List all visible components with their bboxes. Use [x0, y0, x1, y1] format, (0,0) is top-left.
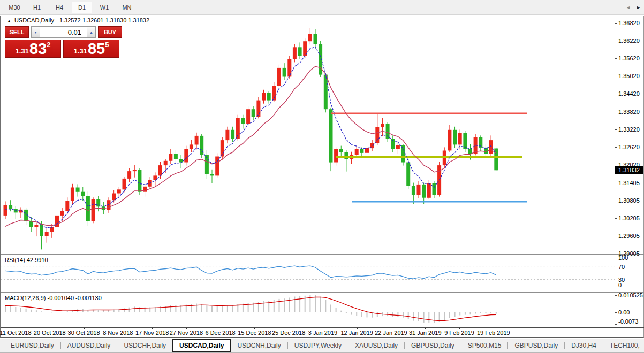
tab-eurusd-daily[interactable]: EURUSD,Daily	[4, 339, 60, 352]
chart-window: ▲USDCAD,Daily1.32572 1.32601 1.31830 1.3…	[0, 16, 644, 338]
price-axis-label: 1.33220	[618, 126, 644, 133]
tab-tech100-[interactable]: TECH100,	[603, 339, 644, 352]
rsi-axis-label: 100	[618, 255, 644, 261]
price-axis-tick	[615, 201, 617, 201]
one-click-trading-panel: SELL ▼ ▲ BUY 1.31832 1.31855	[5, 26, 122, 58]
rsi-macd-divider[interactable]	[1, 292, 644, 293]
price-axis-tick	[615, 218, 617, 219]
price-axis-label: 1.30805	[618, 197, 644, 204]
buy-price-box[interactable]: 1.31855	[63, 40, 119, 58]
price-axis-label: 1.31405	[618, 180, 644, 186]
collapse-triangle-icon[interactable]: ▲	[7, 19, 11, 24]
price-axis-label: 1.33820	[618, 109, 644, 115]
price-axis-label: 1.34420	[618, 90, 644, 97]
timeframe-button-w1[interactable]: W1	[94, 2, 115, 13]
price-axis-tick	[615, 76, 617, 76]
chart-title-bar[interactable]: ▲USDCAD,Daily1.32572 1.32601 1.31830 1.3…	[7, 17, 149, 24]
price-axis-tick	[615, 112, 617, 112]
price-axis-tick	[615, 23, 617, 24]
rsi-axis-label: 70	[618, 264, 644, 270]
tab-xauusd-daily[interactable]: XAUUSD,Daily	[348, 339, 404, 352]
price-axis-tick	[615, 147, 617, 148]
tab-usdcnh-daily[interactable]: USDCNH,Daily	[231, 339, 287, 352]
rsi-axis-label: 0	[618, 282, 644, 288]
main-rsi-divider[interactable]	[1, 254, 644, 255]
buy-price-sup: 5	[105, 41, 109, 49]
macd-axis-label: 0.010525	[618, 292, 644, 298]
timeframe-button-h4[interactable]: H4	[49, 2, 70, 13]
mt4-terminal: M30H1H4D1W1MN ▲USDCAD,Daily1.32572 1.326…	[0, 0, 644, 353]
chart-ohlc-values: 1.32572 1.32601 1.31830 1.31832	[59, 17, 149, 24]
tab-usdjpy-weekly[interactable]: USDJPY,Weekly	[288, 339, 348, 352]
price-axis-label: 1.30205	[618, 215, 644, 221]
tab-scroll-controls: ◄ ►	[623, 0, 641, 14]
price-axis-label: 1.32620	[618, 144, 644, 150]
sell-button[interactable]: SELL	[5, 26, 29, 38]
rsi-label: RSI(14) 42.9910	[5, 257, 48, 263]
price-axis-label: 1.36220	[618, 37, 644, 44]
price-axis-label: 1.29605	[618, 233, 644, 239]
tab-gbpusd-daily[interactable]: GBPUSD,Daily	[508, 339, 564, 352]
macd-axis-label: -0.0073	[618, 318, 644, 325]
buy-price-big: 85	[88, 40, 105, 57]
sell-price-big: 83	[29, 40, 47, 57]
rsi-axis-tick	[615, 258, 617, 258]
timeframe-button-d1[interactable]: D1	[72, 2, 92, 13]
price-axis-tick	[615, 58, 617, 59]
price-axis-tick	[615, 236, 617, 236]
timeframe-button-m30[interactable]: M30	[4, 2, 25, 13]
toolbar-separator	[331, 2, 331, 13]
timeframe-toolbar: M30H1H4D1W1MN	[0, 0, 644, 15]
price-axis-tick	[615, 94, 617, 94]
lot-decrease-button[interactable]: ▼	[32, 27, 40, 37]
tab-usdcad-daily[interactable]: USDCAD,Daily	[172, 339, 231, 352]
lot-increase-button[interactable]: ▲	[87, 27, 95, 37]
macd-axis-tick	[615, 312, 617, 313]
timeframe-button-mn[interactable]: MN	[117, 2, 137, 13]
price-axis-label: 1.35020	[618, 73, 644, 79]
rsi-axis-tick	[615, 267, 617, 267]
price-axis-tick	[615, 129, 617, 130]
timeframe-button-h1[interactable]: H1	[27, 2, 47, 13]
lot-size-stepper: ▼ ▲	[31, 26, 96, 38]
tab-sp500-m15[interactable]: SP500,M15	[461, 339, 508, 352]
macd-axis-tick	[615, 324, 617, 325]
scroll-tabs-left-button[interactable]: ◄	[626, 5, 631, 10]
current-price-tag: 1.31832	[615, 166, 643, 174]
tab-gbpusd-daily[interactable]: GBPUSD,Daily	[405, 339, 461, 352]
macd-label: MACD(12,26,9) -0.001040 -0.001130	[5, 295, 102, 301]
date-axis-label: 19 Feb 2019	[473, 329, 514, 336]
price-axis-tick	[615, 41, 617, 41]
price-axis-label: 1.35620	[618, 55, 644, 62]
tab-usdchf-daily[interactable]: USDCHF,Daily	[117, 339, 172, 352]
rsi-line	[5, 266, 496, 279]
tab-dj30-h4[interactable]: DJ30,H4	[565, 339, 603, 352]
price-axis-label: 1.36820	[618, 20, 644, 26]
candles-layer	[4, 28, 498, 250]
chart-symbol-label: USDCAD,Daily	[14, 17, 54, 24]
tab-audusd-daily[interactable]: AUDUSD,Daily	[61, 339, 117, 352]
rsi-axis-tick	[615, 280, 617, 280]
price-axis-tick	[615, 183, 617, 183]
ma-fast-line	[5, 47, 496, 228]
price-axis-tick	[615, 165, 617, 165]
sell-price-sup: 2	[47, 41, 50, 49]
buy-price-prefix: 1.31	[74, 47, 87, 55]
buy-button[interactable]: BUY	[98, 26, 122, 38]
sell-price-prefix: 1.31	[16, 47, 29, 55]
scroll-tabs-right-button[interactable]: ►	[636, 5, 641, 10]
macd-axis-label: 0.00	[618, 309, 644, 316]
macd-axis-tick	[615, 295, 617, 296]
lot-size-input[interactable]	[40, 27, 87, 37]
chart-tabs-bar: EURUSD,DailyAUDUSD,DailyUSDCHF,DailyUSDC…	[0, 339, 644, 353]
rsi-axis-tick	[615, 289, 617, 289]
chart-plot-area[interactable]	[1, 16, 615, 338]
price-axis-tick	[615, 254, 617, 254]
sell-price-box[interactable]: 1.31832	[5, 40, 61, 58]
